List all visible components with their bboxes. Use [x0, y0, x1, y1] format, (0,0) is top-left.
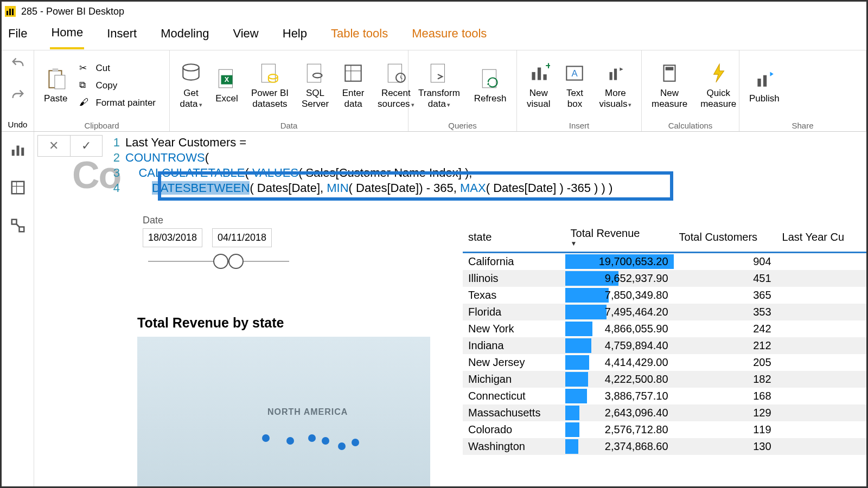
date-slider[interactable] — [148, 261, 289, 262]
cell-last-year — [777, 320, 866, 337]
tab-file[interactable]: File — [7, 23, 28, 48]
cell-revenue: 2,374,868.60 — [565, 438, 674, 455]
publish-button[interactable]: Publish — [744, 66, 785, 105]
formula-accept-button[interactable]: ✓ — [71, 136, 103, 156]
col-state[interactable]: state — [463, 223, 565, 253]
redo-icon[interactable] — [10, 88, 25, 103]
formula-cancel-button[interactable]: ✕ — [38, 136, 71, 156]
map-bubble[interactable] — [322, 437, 329, 445]
table-row[interactable]: California19,700,653.20904 — [463, 253, 866, 271]
get-data-button[interactable]: Get data — [174, 61, 208, 110]
table-row[interactable]: Massachusetts2,643,096.40129 — [463, 404, 866, 421]
tab-table-tools[interactable]: Table tools — [330, 23, 389, 48]
quick-measure-button[interactable]: Quick measure — [695, 61, 742, 110]
excel-button[interactable]: XExcel — [210, 66, 244, 105]
powerbi-icon — [5, 6, 16, 17]
slider-handle-from[interactable] — [213, 254, 228, 269]
svg-rect-30 — [11, 150, 14, 156]
cell-state: Florida — [463, 304, 565, 320]
calculator-icon — [658, 62, 681, 85]
svg-rect-16 — [431, 65, 445, 83]
svg-rect-2 — [55, 75, 65, 89]
map-bubble[interactable] — [262, 434, 270, 442]
paste-button[interactable]: Paste — [39, 66, 73, 105]
tab-view[interactable]: View — [232, 23, 259, 48]
transform-data-button[interactable]: Transform data — [413, 61, 465, 110]
cut-button[interactable]: ✂Cut — [77, 61, 158, 75]
table-row[interactable]: Washington2,374,868.60130 — [463, 438, 866, 455]
new-visual-button[interactable]: +New visual — [521, 61, 556, 110]
cell-customers: 212 — [674, 337, 777, 354]
pbi-dataset-icon — [258, 62, 281, 85]
database-icon — [180, 62, 202, 85]
date-from-input[interactable] — [143, 228, 202, 247]
model-view-icon[interactable] — [10, 217, 26, 234]
refresh-button[interactable]: Refresh — [469, 66, 512, 105]
cell-state: California — [463, 253, 565, 271]
table-row[interactable]: Texas7,850,349.80365 — [463, 287, 866, 304]
data-view-icon[interactable] — [10, 179, 26, 196]
map-visual[interactable]: NORTH AMERICA — [137, 337, 430, 488]
map-bubble[interactable] — [308, 434, 316, 442]
table-row[interactable]: New Jersey4,414,429.00205 — [463, 354, 866, 371]
undo-label: Undo — [8, 120, 28, 129]
queries-group: Transform data Refresh Queries — [409, 50, 517, 131]
sql-server-button[interactable]: SQL Server — [296, 61, 334, 110]
table-row[interactable]: Colorado2,576,712.80119 — [463, 421, 866, 438]
format-painter-button[interactable]: 🖌Format painter — [77, 96, 158, 110]
cell-revenue: 9,652,937.90 — [565, 270, 674, 287]
svg-rect-19 — [538, 68, 541, 80]
tab-measure-tools[interactable]: Measure tools — [411, 23, 488, 48]
date-slicer[interactable] — [143, 228, 272, 247]
data-group: Get data XExcel Power BI datasets SQL Se… — [170, 50, 409, 131]
col-customers[interactable]: Total Customers — [674, 223, 777, 253]
map-bubble[interactable] — [338, 442, 346, 450]
pbi-datasets-button[interactable]: Power BI datasets — [246, 61, 294, 110]
cell-customers: 119 — [674, 421, 777, 438]
view-switcher — [2, 132, 34, 486]
copy-button[interactable]: ⧉Copy — [77, 79, 158, 93]
tab-help[interactable]: Help — [282, 23, 308, 48]
table-row[interactable]: Illinois9,652,937.90451 — [463, 270, 866, 287]
cell-state: Colorado — [463, 421, 565, 438]
col-revenue[interactable]: Total Revenue▼ — [565, 223, 674, 253]
refresh-icon — [479, 67, 502, 90]
more-visuals-button[interactable]: More visuals — [593, 61, 637, 110]
window-title: 285 - Power BI Desktop — [21, 6, 124, 17]
text-box-button[interactable]: AText box — [558, 61, 591, 110]
cell-state: Illinois — [463, 270, 565, 287]
map-bubble[interactable] — [286, 437, 294, 445]
undo-icon[interactable] — [10, 56, 25, 71]
report-view-icon[interactable] — [10, 142, 26, 158]
tab-home[interactable]: Home — [50, 22, 84, 49]
slider-handle-to[interactable] — [228, 254, 244, 269]
formula-controls: ✕ ✓ — [37, 135, 103, 157]
cell-last-year — [777, 404, 866, 421]
cell-revenue: 4,222,500.80 — [565, 371, 674, 388]
svg-rect-37 — [19, 227, 24, 232]
cell-customers: 130 — [674, 438, 777, 455]
table-visual[interactable]: state Total Revenue▼ Total Customers Las… — [463, 223, 866, 455]
tab-modeling[interactable]: Modeling — [159, 23, 210, 48]
table-row[interactable]: Michigan4,222,500.80182 — [463, 371, 866, 388]
new-visual-icon: + — [527, 62, 550, 85]
tab-insert[interactable]: Insert — [106, 23, 138, 48]
table-row[interactable]: Florida7,495,464.20353 — [463, 304, 866, 320]
cell-revenue: 4,414,429.00 — [565, 354, 674, 371]
table-row[interactable]: Indiana4,759,894.40212 — [463, 337, 866, 354]
svg-rect-1 — [52, 68, 58, 72]
cell-state: Texas — [463, 287, 565, 304]
enter-data-button[interactable]: Enter data — [336, 61, 370, 110]
date-to-input[interactable] — [212, 228, 272, 247]
new-measure-button[interactable]: New measure — [646, 61, 693, 110]
map-bubble[interactable] — [352, 439, 359, 446]
cell-last-year — [777, 371, 866, 388]
cell-last-year — [777, 388, 866, 404]
table-row[interactable]: New York4,866,055.90242 — [463, 320, 866, 337]
cell-customers: 168 — [674, 388, 777, 404]
slicer-label: Date — [143, 215, 163, 226]
col-last-year[interactable]: Last Year Cu — [777, 223, 866, 253]
menubar: File Home Insert Modeling View Help Tabl… — [2, 21, 866, 50]
table-row[interactable]: Connecticut3,886,757.10168 — [463, 388, 866, 404]
formula-editor[interactable]: 1Last Year Customers = 2COUNTROWS( 3 CAL… — [106, 132, 866, 196]
